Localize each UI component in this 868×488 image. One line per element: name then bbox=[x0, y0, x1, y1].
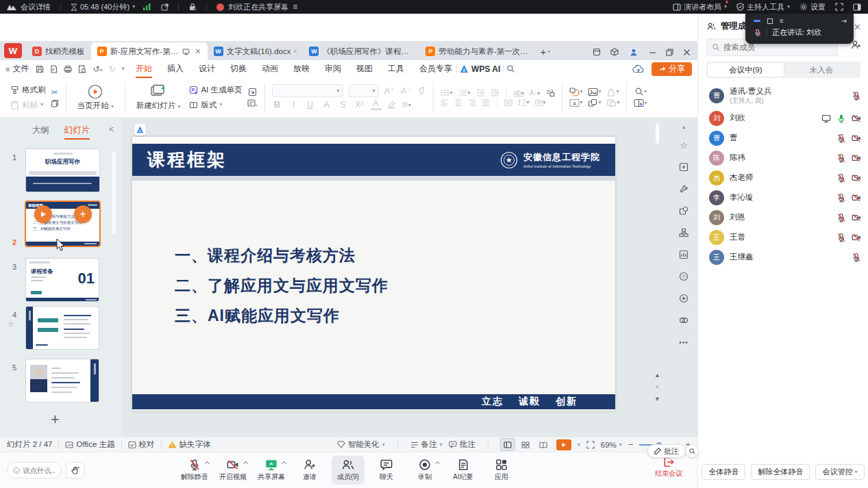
vertical-text-button[interactable]: A↓▾ bbox=[530, 89, 541, 97]
cam-off-icon[interactable] bbox=[852, 153, 861, 163]
meetbar-chat-button[interactable]: 聊天 bbox=[370, 456, 403, 485]
quick-chat-input-wrap[interactable] bbox=[7, 462, 62, 478]
restore-icon[interactable] bbox=[666, 49, 673, 56]
italic-button[interactable]: I bbox=[288, 100, 299, 110]
cam-off-icon[interactable] bbox=[852, 114, 861, 123]
ribbon-tab-设计[interactable]: 设计 bbox=[197, 61, 216, 77]
outline-level-icon[interactable]: ▾ bbox=[247, 99, 258, 107]
mic-off-icon[interactable] bbox=[836, 153, 846, 163]
cam-off-icon[interactable] bbox=[852, 193, 861, 203]
side-panel-toggle-icon[interactable] bbox=[853, 3, 861, 11]
tab-list-caret[interactable]: ▾ bbox=[547, 49, 550, 55]
text-direction-button[interactable]: ab▾ bbox=[514, 89, 524, 97]
clear-format-icon[interactable] bbox=[417, 87, 426, 95]
undo-button[interactable]: ↺▾ bbox=[92, 64, 102, 74]
network-signal-icon[interactable] bbox=[143, 3, 151, 10]
rail-chart-icon[interactable] bbox=[674, 245, 693, 264]
popup-window-icon[interactable] bbox=[767, 18, 773, 24]
find-button[interactable]: ▾ bbox=[634, 87, 647, 97]
slide-thumbnail-3[interactable]: 课程准备 01 bbox=[26, 259, 99, 301]
increase-font-button[interactable]: A⁺ bbox=[384, 86, 395, 96]
caret-icon[interactable] bbox=[243, 461, 248, 466]
account-avatar[interactable] bbox=[628, 47, 639, 57]
slide-sorter-view-button[interactable] bbox=[519, 439, 532, 450]
justify-icon[interactable] bbox=[482, 99, 490, 106]
shadow-button[interactable]: S bbox=[338, 100, 349, 110]
new-tab-button[interactable]: + bbox=[540, 46, 546, 57]
section-icon[interactable] bbox=[247, 88, 258, 97]
normal-view-button[interactable] bbox=[501, 439, 514, 450]
cam-off-icon[interactable] bbox=[852, 233, 861, 242]
member-row-8[interactable]: 王王普 bbox=[698, 227, 868, 247]
comments-button[interactable]: 批注 bbox=[449, 439, 475, 450]
tab-in-meeting[interactable]: 会议中(9) bbox=[708, 63, 784, 77]
strikethrough-button[interactable]: A bbox=[321, 100, 332, 110]
collapse-panel-icon[interactable]: < bbox=[109, 125, 114, 134]
cam-off-icon[interactable] bbox=[852, 133, 861, 143]
host-tools-button[interactable]: 主持人工具▾ bbox=[736, 2, 790, 12]
increase-indent-icon[interactable] bbox=[491, 89, 499, 97]
align-left-icon[interactable] bbox=[441, 99, 449, 106]
rail-collapse-icon[interactable]: ▴ bbox=[677, 123, 691, 130]
share-button[interactable]: 分享 bbox=[652, 62, 692, 76]
ribbon-tab-工具[interactable]: 工具 bbox=[386, 61, 406, 77]
document-tab-5[interactable]: P劳动能力与素养-第一次课 刘 bbox=[419, 42, 536, 60]
print-icon[interactable] bbox=[64, 65, 72, 73]
close-panel-icon[interactable]: ✕ bbox=[854, 22, 861, 32]
ribbon-tab-视图[interactable]: 视图 bbox=[355, 61, 374, 77]
meetbar-members-button[interactable]: 成员(9) bbox=[332, 456, 364, 485]
document-tab-4[interactable]: W《职场应用写作》课程教学大 bbox=[303, 42, 419, 60]
numbered-list-icon[interactable]: 12▾ bbox=[458, 89, 471, 97]
insert-picture-icon[interactable]: ▾ bbox=[588, 88, 601, 97]
cam-off-icon[interactable] bbox=[852, 213, 861, 222]
tab-not-joined[interactable]: 未入会 bbox=[784, 63, 860, 77]
play-from-slide-button[interactable] bbox=[34, 205, 52, 223]
arrange-icon[interactable]: ▾ bbox=[606, 99, 619, 107]
decrease-font-button[interactable]: A⁻ bbox=[401, 86, 412, 96]
new-slide-button[interactable]: 新建幻灯片 ▾ bbox=[132, 83, 185, 112]
line-spacing-icon[interactable]: ▾ bbox=[518, 99, 530, 106]
meeting-controls-button[interactable]: 会议管控▾ bbox=[815, 464, 864, 480]
smart-beautify-button[interactable]: 智能美化▾ bbox=[337, 439, 385, 450]
paste-button[interactable]: 粘贴▾ bbox=[8, 99, 48, 112]
align-center-icon[interactable] bbox=[454, 99, 462, 106]
rail-help-icon[interactable]: ? bbox=[674, 267, 693, 286]
rail-more-icon[interactable]: ••• bbox=[674, 333, 693, 352]
ribbon-tab-插入[interactable]: 插入 bbox=[166, 61, 185, 77]
insert-shape-icon[interactable]: ▾ bbox=[569, 88, 582, 97]
slide-thumbnail-4[interactable] bbox=[26, 307, 99, 349]
mic-off-icon[interactable] bbox=[836, 133, 846, 143]
proofread-button[interactable]: 校对 bbox=[128, 439, 155, 450]
play-from-current-button[interactable]: 当页开始 ▾ bbox=[73, 83, 118, 112]
member-row-1[interactable]: 曹通讯-曹义兵(主持人, 我) bbox=[698, 84, 868, 108]
export-pdf-icon[interactable]: P bbox=[50, 65, 58, 73]
ai-generate-page-button[interactable]: P AI 生成单页 bbox=[187, 84, 244, 97]
split-window-icon[interactable] bbox=[593, 48, 601, 56]
paragraph-settings-icon[interactable]: ▾ bbox=[535, 99, 546, 106]
font-family-select[interactable]: ▾ bbox=[272, 84, 343, 97]
mic-off-icon[interactable] bbox=[852, 91, 861, 101]
decrease-indent-icon[interactable] bbox=[476, 89, 485, 97]
reading-view-button[interactable] bbox=[536, 439, 550, 450]
format-painter-button[interactable]: 格式刷 bbox=[8, 84, 48, 97]
search-icon[interactable] bbox=[506, 64, 515, 73]
mic-off-icon[interactable] bbox=[852, 253, 861, 262]
slide-layout-button[interactable]: 版式▾ bbox=[187, 99, 244, 112]
notes-button[interactable]: 备注▾ bbox=[410, 439, 443, 450]
popup-dock-icon[interactable]: ⇥ bbox=[841, 17, 847, 25]
minimize-icon[interactable] bbox=[649, 49, 656, 56]
document-tab-1[interactable]: D找稻壳模板 bbox=[26, 42, 91, 60]
lock-icon[interactable] bbox=[188, 3, 197, 11]
magnifier-button[interactable] bbox=[685, 444, 699, 458]
selection-pane-button[interactable]: ▾ bbox=[634, 99, 647, 107]
slideshow-caret[interactable]: ▾ bbox=[578, 442, 580, 448]
ribbon-tab-放映[interactable]: 放映 bbox=[292, 61, 311, 77]
redo-button[interactable]: ↻ bbox=[109, 64, 116, 74]
annotate-button[interactable]: 批注 bbox=[647, 444, 686, 458]
rail-star-icon[interactable]: ☆ bbox=[674, 136, 693, 155]
end-meeting-button[interactable]: 结束会议 bbox=[655, 457, 682, 478]
cut-icon[interactable]: ✂ bbox=[51, 88, 59, 97]
slide-thumbnail-5[interactable] bbox=[26, 359, 99, 402]
zoom-out-button[interactable]: − bbox=[628, 439, 634, 450]
caret-icon[interactable] bbox=[435, 461, 440, 466]
